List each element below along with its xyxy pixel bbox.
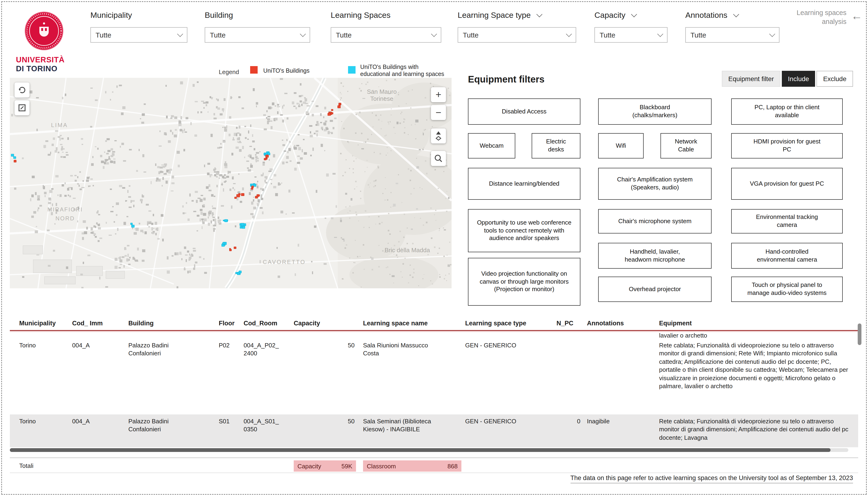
cell-capacity: 50: [294, 341, 355, 350]
horizontal-scrollbar[interactable]: [10, 448, 848, 452]
filter-learning-spaces-dropdown[interactable]: Tutte: [331, 27, 441, 43]
map-tilt-button[interactable]: [431, 128, 446, 143]
cell-building: Palazzo Badini Confalonieri: [128, 341, 194, 358]
totals-divider: [10, 458, 858, 458]
logo-text-line2: DI TORINO: [16, 64, 58, 73]
eq-btn-overhead-projector[interactable]: Overhead projector: [598, 277, 711, 302]
header-underline-light: [10, 331, 858, 332]
legend-item-buildings: UniTO's Buildings: [263, 67, 309, 74]
filter-building-dropdown[interactable]: Tutte: [205, 27, 310, 43]
filter-municipality-dropdown[interactable]: Tutte: [91, 27, 187, 43]
cell-learning-space-type: GEN - GENERICO: [465, 341, 554, 350]
cell-building: Palazzo Badini Confalonieri: [128, 417, 194, 434]
map-search-icon[interactable]: [431, 151, 446, 166]
eq-btn-vga[interactable]: VGA provision for guest PC: [731, 168, 843, 200]
table-row[interactable]: Torino 004_A Palazzo Badini Confalonieri…: [10, 339, 858, 414]
filter-learning-space-type-value: Tutte: [463, 31, 479, 39]
col-header-cod-imm[interactable]: Cod_ Imm: [72, 320, 103, 327]
filter-municipality-value: Tutte: [96, 31, 111, 39]
vertical-scrollbar-thumb[interactable]: [858, 324, 862, 345]
page: UNIVERSITÀ DI TORINO Municipality Tutte …: [0, 0, 868, 496]
legend-item-learning-buildings: UniTO's Buildings with educational and l…: [360, 64, 447, 78]
totals-classroom-chip: Classroom 868: [363, 460, 462, 471]
dashboard: UNIVERSITÀ DI TORINO Municipality Tutte …: [0, 0, 868, 496]
filter-capacity-value: Tutte: [599, 31, 615, 39]
eq-btn-pc-laptop[interactable]: PC, Laptop or thin client available: [731, 98, 843, 125]
filter-municipality-label: Municipality: [91, 10, 187, 21]
eq-btn-electric-desks[interactable]: Electric desks: [532, 133, 580, 158]
equipment-toolbar: Equipment filter Include Exclude: [722, 71, 853, 87]
filter-building: Building Tutte: [205, 10, 310, 43]
filter-capacity-label: Capacity: [594, 10, 668, 21]
eq-btn-chair-amplification[interactable]: Chair's Amplification system (Speakers, …: [598, 168, 711, 200]
equipment-filter-chip[interactable]: Equipment filter: [722, 71, 781, 87]
eq-btn-handheld-microphone[interactable]: Handheld, lavalier, headworn microphone: [598, 243, 711, 269]
filter-building-value: Tutte: [210, 31, 226, 39]
col-header-learning-space-type[interactable]: Learning space type: [465, 320, 526, 327]
eq-btn-webcam[interactable]: Webcam: [468, 133, 515, 158]
logo-text-line1: UNIVERSITÀ: [16, 55, 65, 64]
include-button[interactable]: Include: [782, 71, 815, 87]
table-row[interactable]: Torino 004_A Palazzo Badini Confalonieri…: [10, 415, 858, 447]
map-label-mirafiori: MIRAFIORI NORD: [44, 205, 87, 223]
filter-capacity-dropdown[interactable]: Tutte: [594, 27, 668, 43]
legend-red-swatch: [250, 66, 258, 74]
filter-annotations-label: Annotations: [685, 10, 779, 21]
equipment-filters-title: Equipment filters: [468, 74, 545, 85]
exclude-button[interactable]: Exclude: [817, 71, 853, 87]
map-frame-button[interactable]: [15, 100, 30, 115]
eq-btn-blackboard[interactable]: Blackboard (chalks/markers): [598, 98, 711, 125]
eq-btn-environmental-tracking-camera[interactable]: Environmental tracking camera: [731, 209, 843, 233]
chevron-down-icon: [431, 31, 437, 36]
eq-btn-wifi[interactable]: Wifi: [598, 133, 644, 158]
eq-btn-hdmi[interactable]: HDMI provision for guest PC: [731, 133, 843, 158]
filter-annotations-value: Tutte: [690, 31, 706, 39]
col-header-building[interactable]: Building: [128, 320, 154, 327]
chevron-down-icon[interactable]: [631, 11, 637, 17]
back-arrow-icon[interactable]: ←: [851, 10, 862, 22]
cell-n-pc: 0: [557, 417, 580, 425]
map-canvas[interactable]: LIMA San Mauro Torinese Bric della Madda…: [10, 78, 452, 288]
eq-btn-hand-controlled-camera[interactable]: Hand-controlled environmental camera: [731, 243, 843, 269]
page-nav-title: Learning spaces analysis: [781, 9, 847, 26]
eq-btn-chair-microphone[interactable]: Chair's microphone system: [598, 209, 711, 233]
legend-cyan-swatch: [348, 66, 355, 74]
totals-capacity-chip: Capacity 59K: [294, 460, 356, 471]
eq-btn-disabled-access[interactable]: Disabled Access: [468, 98, 580, 125]
cell-cod-room: 004_A_P02_2400: [244, 341, 279, 358]
totals-classroom-label: Classroom: [367, 463, 396, 469]
map-zoom-in-button[interactable]: +: [431, 87, 446, 102]
col-header-cod-room[interactable]: Cod_Room: [244, 320, 277, 327]
filter-learning-space-type: Learning Space type Tutte: [457, 10, 576, 43]
eq-btn-web-conference[interactable]: Opportunity to use web conference tools …: [468, 209, 580, 252]
chevron-down-icon[interactable]: [733, 11, 739, 17]
map-zoom-out-button[interactable]: −: [431, 105, 446, 120]
chevron-down-icon[interactable]: [536, 11, 542, 17]
chevron-down-icon: [300, 31, 306, 36]
cell-floor: P02: [219, 341, 240, 350]
filter-learning-spaces-value: Tutte: [336, 31, 352, 39]
map-label-lima: LIMA: [51, 122, 68, 128]
eq-btn-distance-learning[interactable]: Distance learning/blended: [468, 168, 580, 200]
totals-classroom-value: 868: [448, 463, 457, 469]
cell-municipality: Torino: [19, 417, 66, 425]
horizontal-scrollbar-thumb[interactable]: [10, 448, 831, 452]
eq-btn-network-cable[interactable]: Network Cable: [660, 133, 711, 158]
col-header-learning-space-name[interactable]: Learning space name: [363, 320, 428, 327]
filter-annotations-dropdown[interactable]: Tutte: [685, 27, 779, 43]
filter-learning-space-type-label: Learning Space type: [457, 10, 576, 21]
cell-cod-imm: 004_A: [72, 417, 124, 425]
col-header-equipment[interactable]: Equipment: [659, 320, 692, 327]
eq-btn-touch-panel[interactable]: Touch or physical panel to manage audio-…: [731, 277, 843, 302]
eq-btn-video-projection[interactable]: Video projection functionality on canvas…: [468, 258, 580, 306]
chevron-down-icon: [177, 31, 183, 36]
col-header-municipality[interactable]: Municipality: [19, 320, 56, 327]
col-header-floor[interactable]: Floor: [219, 320, 235, 327]
footer-note: The data on this page refer to active le…: [570, 475, 853, 481]
col-header-n-pc[interactable]: N_PC: [557, 320, 573, 327]
map-rotate-button[interactable]: [15, 82, 30, 97]
filter-learning-space-type-dropdown[interactable]: Tutte: [457, 27, 576, 43]
cell-learning-space-name: Sala Seminari (Biblioteca Kiesow) - INAG…: [363, 417, 443, 434]
col-header-annotations[interactable]: Annotations: [587, 320, 624, 327]
col-header-capacity[interactable]: Capacity: [294, 320, 320, 327]
